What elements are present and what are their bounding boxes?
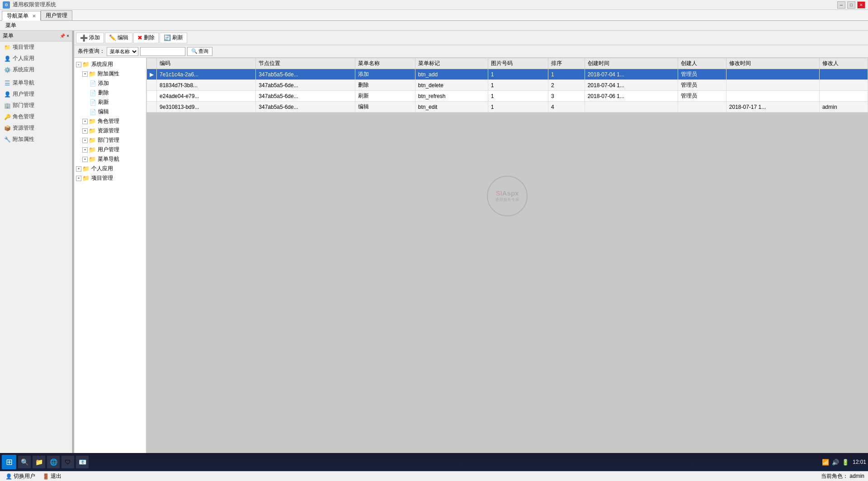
- refresh-button[interactable]: 🔄 刷新: [160, 33, 187, 43]
- tree-label-refresh: 刷新: [98, 98, 109, 106]
- tree-node-menu[interactable]: + 📁 菜单导航: [74, 154, 146, 164]
- logout-icon: 🚪: [42, 473, 49, 480]
- row-img-code: 1: [488, 80, 548, 91]
- taskbar-explorer-icon[interactable]: 📁: [33, 456, 45, 468]
- app-icon: ⚙: [3, 1, 10, 9]
- taskbar-network-icon[interactable]: 📶: [822, 459, 829, 466]
- search-input[interactable]: [140, 47, 185, 56]
- tree-label-attr: 附加属性: [98, 70, 119, 78]
- taskbar-browser-icon[interactable]: 🌐: [47, 456, 60, 468]
- tree-label-user: 用户管理: [98, 146, 119, 154]
- tab-close-menu-nav[interactable]: ✕: [32, 14, 36, 19]
- tree-node-personal[interactable]: + 📁 个人应用: [74, 164, 146, 173]
- nav-item-role-mgmt[interactable]: 🔑 角色管理: [0, 111, 72, 122]
- tree-expand-sys[interactable]: -: [76, 62, 81, 67]
- table-row[interactable]: e24ade04-e79...347ab5a5-6de...刷新btn_refr…: [147, 91, 868, 102]
- tree-node-edit[interactable]: 📄 编辑: [74, 107, 146, 117]
- window-controls: ─ □ ✕: [837, 1, 865, 9]
- col-menu-name[interactable]: 菜单名称: [355, 58, 415, 69]
- add-button[interactable]: ➕ 添加: [76, 33, 104, 43]
- col-sort[interactable]: 排序: [548, 58, 585, 69]
- taskbar-left: ⊞ 🔍 📁 🌐 🛡 📧: [2, 455, 89, 469]
- taskbar-clock[interactable]: 12:01: [853, 459, 866, 465]
- folder-icon-refresh: 📄: [90, 99, 96, 106]
- col-creator[interactable]: 创建人: [678, 58, 726, 69]
- title-bar: ⚙ 通用权限管理系统 ─ □ ✕: [0, 0, 868, 10]
- taskbar-right: 📶 🔊 🔋 12:01: [822, 459, 866, 466]
- tree-expand-attr[interactable]: +: [82, 71, 88, 77]
- nav-item-project[interactable]: 📁 项目管理: [0, 42, 72, 53]
- tree-node-dept[interactable]: + 📁 部门管理: [74, 135, 146, 145]
- taskbar-battery-icon[interactable]: 🔋: [842, 459, 849, 466]
- nav-item-res-mgmt[interactable]: 📦 资源管理: [0, 122, 72, 134]
- nav-item-dept-mgmt[interactable]: 🏢 部门管理: [0, 100, 72, 111]
- tree-node-refresh[interactable]: 📄 刷新: [74, 98, 146, 107]
- nav-item-attr-mgmt[interactable]: 🔧 附加属性: [0, 134, 72, 145]
- row-modifier: [819, 91, 868, 102]
- tree-node-sys-app[interactable]: - 📁 系统应用: [74, 60, 146, 69]
- nav-label-dept-mgmt: 部门管理: [13, 102, 34, 109]
- add-icon: ➕: [80, 34, 88, 42]
- switch-user-button[interactable]: 👤 切换用户: [4, 472, 37, 480]
- delete-button[interactable]: ✖ 删除: [133, 33, 159, 43]
- left-sidebar: 菜单 📌 × 📁 项目管理 👤 个人应用 ⚙️ 系统应用: [0, 31, 72, 453]
- taskbar-sound-icon[interactable]: 🔊: [832, 459, 839, 466]
- tree-node-delete[interactable]: 📄 删除: [74, 88, 146, 98]
- tree-node-attr[interactable]: + 📁 附加属性: [74, 69, 146, 79]
- row-menu-name: 编辑: [355, 102, 415, 112]
- tree-node-project[interactable]: + 📁 项目管理: [74, 173, 146, 183]
- search-button[interactable]: 🔍 查询: [187, 47, 212, 56]
- tree-node-user[interactable]: + 📁 用户管理: [74, 145, 146, 154]
- status-right: 当前角色： admin: [821, 472, 864, 480]
- tree-expand-role[interactable]: +: [82, 119, 88, 124]
- taskbar-mail-icon[interactable]: 📧: [76, 456, 89, 468]
- table-row[interactable]: ▶7e1c1c4a-2a6...347ab5a5-6de...添加btn_add…: [147, 69, 868, 80]
- nav-item-menu-nav[interactable]: ☰ 菜单导航: [0, 77, 72, 89]
- logout-button[interactable]: 🚪 退出: [41, 472, 63, 480]
- edit-button[interactable]: ✏️ 编辑: [105, 33, 132, 43]
- table-row[interactable]: 9e310813-bd9...347ab5a5-6de...编辑btn_edit…: [147, 102, 868, 112]
- refresh-icon: 🔄: [164, 34, 171, 41]
- folder-icon-menu: 📁: [89, 156, 96, 163]
- nav-item-personal[interactable]: 👤 个人应用: [0, 53, 72, 64]
- tree-expand-personal[interactable]: +: [76, 166, 81, 172]
- folder-icon-delete: 📄: [90, 90, 96, 96]
- tree-expand-menu[interactable]: +: [82, 157, 88, 162]
- row-sort: 4: [548, 102, 585, 112]
- close-button[interactable]: ✕: [857, 1, 865, 9]
- tab-user-mgmt[interactable]: 用户管理: [41, 10, 72, 20]
- tab-menu-nav[interactable]: 导航菜单 ✕: [2, 11, 41, 21]
- table-row[interactable]: 81834d7f-3b8...347ab5a5-6de...删除btn_dele…: [147, 80, 868, 91]
- col-modifier[interactable]: 修改人: [819, 58, 868, 69]
- row-sort: 2: [548, 80, 585, 91]
- start-button[interactable]: ⊞: [2, 455, 16, 469]
- tree-expand-user[interactable]: +: [82, 147, 88, 153]
- tree-label-delete: 删除: [98, 89, 109, 97]
- table-area: SIAspx 通用服务专家 编码 节点位置 菜单名称 菜单标记: [146, 58, 868, 453]
- taskbar-shield-icon[interactable]: 🛡: [61, 456, 74, 468]
- tree-expand-project[interactable]: +: [76, 176, 81, 181]
- col-img-code[interactable]: 图片号码: [488, 58, 548, 69]
- taskbar-search-icon[interactable]: 🔍: [18, 456, 31, 468]
- tree-node-res[interactable]: + 📁 资源管理: [74, 126, 146, 135]
- taskbar-system-icons: 📶 🔊 🔋: [822, 459, 849, 466]
- nav-item-system[interactable]: ⚙️ 系统应用: [0, 64, 72, 75]
- col-code[interactable]: 编码: [157, 58, 256, 69]
- tree-node-add[interactable]: 📄 添加: [74, 79, 146, 88]
- tree-expand-res[interactable]: +: [82, 128, 88, 134]
- data-table: 编码 节点位置 菜单名称 菜单标记 图片号码 排序 创建时间 创建人 修改时间 …: [146, 58, 868, 112]
- row-node-pos: 347ab5a5-6de...: [256, 91, 355, 102]
- tree-expand-dept[interactable]: +: [82, 138, 88, 143]
- col-create-time[interactable]: 创建时间: [585, 58, 678, 69]
- search-field-select[interactable]: 菜单名称 菜单标记 编码: [107, 47, 138, 56]
- col-modify-time[interactable]: 修改时间: [726, 58, 819, 69]
- menu-item-menu[interactable]: 菜单: [2, 21, 20, 30]
- col-menu-mark[interactable]: 菜单标记: [415, 58, 488, 69]
- pin-icon[interactable]: 📌 ×: [60, 33, 69, 38]
- col-node-pos[interactable]: 节点位置: [256, 58, 355, 69]
- row-code: 81834d7f-3b8...: [157, 80, 256, 91]
- maximize-button[interactable]: □: [847, 1, 855, 9]
- tree-node-role[interactable]: + 📁 角色管理: [74, 117, 146, 126]
- nav-item-user-mgmt[interactable]: 👤 用户管理: [0, 89, 72, 100]
- minimize-button[interactable]: ─: [837, 1, 845, 9]
